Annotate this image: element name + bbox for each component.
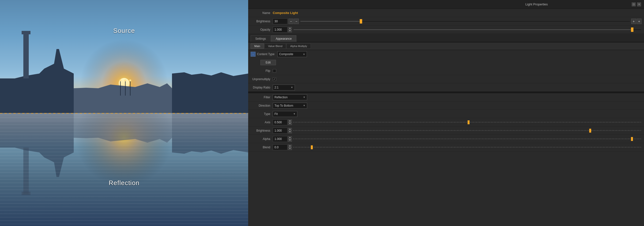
brightness-label: Brightness bbox=[250, 20, 273, 23]
tab-settings[interactable]: Settings bbox=[250, 35, 270, 42]
blend-row: Blend 0.0 ▲ ▼ bbox=[248, 143, 644, 151]
opacity-down-button[interactable]: ▼ bbox=[288, 30, 292, 32]
unpremultiply-checkbox[interactable]: ✓ bbox=[273, 78, 276, 81]
display-ratio-row: Display Ratio 2:1 ▼ bbox=[248, 83, 644, 92]
brightness-input[interactable]: 30 bbox=[273, 18, 288, 24]
ref-brightness-spinner: ▲ ▼ bbox=[288, 128, 292, 133]
source-label: Source bbox=[113, 27, 135, 35]
opacity-slider-fill bbox=[294, 29, 631, 30]
axis-slider-area[interactable] bbox=[294, 119, 642, 125]
flip-label: Flip bbox=[250, 69, 273, 73]
ref-brightness-input[interactable]: 1.000 bbox=[273, 128, 288, 134]
type-dropdown-arrow: ▼ bbox=[293, 113, 296, 115]
alpha-label: Alpha bbox=[250, 137, 273, 141]
title-bar: Light Properties ⊡ ✕ bbox=[248, 0, 644, 9]
ref-brightness-slider-thumb[interactable] bbox=[589, 129, 591, 133]
name-row: Name Composite Light bbox=[248, 9, 644, 17]
blend-slider-thumb[interactable] bbox=[311, 145, 313, 149]
opacity-slider-area[interactable] bbox=[294, 27, 642, 33]
brightness-controls: − − bbox=[288, 19, 299, 24]
alpha-down-button[interactable]: ▼ bbox=[288, 139, 292, 142]
ref-brightness-up-button[interactable]: ▲ bbox=[288, 128, 292, 131]
name-label: Name bbox=[250, 11, 273, 15]
opacity-slider-track bbox=[294, 29, 642, 30]
content-type-dropdown-arrow: ▼ bbox=[303, 53, 305, 56]
blend-down-button[interactable]: ▼ bbox=[288, 147, 292, 150]
brightness-row: Brightness 30 − − + + bbox=[248, 17, 644, 25]
main-tabs: Settings Appearance bbox=[248, 34, 644, 42]
image-viewer: Source Reflection bbox=[0, 0, 248, 226]
sub-tab-alpha-multiply[interactable]: Alpha Multiply bbox=[286, 43, 310, 49]
axis-row: Axis 0.500 ▲ ▼ bbox=[248, 118, 644, 126]
unpremultiply-row: Unpremultiply ✓ bbox=[248, 75, 644, 83]
download-icon: ↓ bbox=[250, 52, 256, 57]
display-ratio-dropdown[interactable]: 2:1 ▼ bbox=[273, 85, 295, 91]
blend-label: Blend bbox=[250, 146, 273, 149]
content-type-dropdown[interactable]: Composite ▼ bbox=[278, 51, 307, 57]
ref-brightness-slider-area[interactable] bbox=[294, 128, 642, 134]
axis-label: Axis bbox=[250, 120, 273, 124]
flip-checkbox[interactable] bbox=[273, 69, 276, 73]
brightness-plus-controls: + + bbox=[631, 19, 642, 24]
axis-spinner: ▲ ▼ bbox=[288, 120, 292, 125]
type-dropdown[interactable]: Fit ▼ bbox=[273, 111, 297, 117]
opacity-up-button[interactable]: ▲ bbox=[288, 27, 292, 30]
opacity-slider-thumb[interactable] bbox=[631, 27, 634, 32]
axis-input[interactable]: 0.500 bbox=[273, 119, 288, 125]
alpha-row: Alpha 1.000 ▲ ▼ bbox=[248, 135, 644, 143]
blend-input[interactable]: 0.0 bbox=[273, 144, 288, 150]
opacity-spinner: ▲ ▼ bbox=[288, 27, 292, 32]
close-button[interactable]: ✕ bbox=[637, 2, 641, 6]
blend-up-button[interactable]: ▲ bbox=[288, 145, 292, 147]
axis-slider-thumb[interactable] bbox=[468, 120, 470, 124]
alpha-slider-track bbox=[294, 138, 642, 139]
tab-appearance[interactable]: Appearance bbox=[271, 35, 296, 42]
content-type-label: Content Type bbox=[257, 52, 276, 56]
direction-label: Direction bbox=[250, 104, 273, 107]
edit-row: Edit bbox=[248, 58, 644, 67]
direction-row: Direction Top To Bottom ▼ bbox=[248, 102, 644, 110]
edit-button[interactable]: Edit bbox=[260, 60, 276, 65]
sub-tab-main[interactable]: Main bbox=[250, 43, 264, 49]
brightness-slider-thumb[interactable] bbox=[360, 19, 362, 23]
content-type-row: ↓ Content Type Composite ▼ bbox=[248, 50, 644, 58]
opacity-label: Opacity bbox=[250, 28, 273, 31]
restore-button[interactable]: ⊡ bbox=[632, 2, 636, 6]
brightness-minus-button[interactable]: − bbox=[288, 19, 294, 24]
brightness-slider-fill bbox=[300, 21, 360, 21]
window-title: Light Properties bbox=[442, 2, 632, 6]
blend-slider-track bbox=[294, 147, 642, 148]
filter-label: Filter bbox=[250, 96, 273, 99]
brightness-plus2-button[interactable]: + bbox=[637, 19, 642, 24]
brightness-minus2-button[interactable]: − bbox=[294, 19, 299, 24]
display-ratio-dropdown-arrow: ▼ bbox=[291, 86, 293, 89]
filter-dropdown-arrow: ▼ bbox=[303, 96, 306, 99]
direction-dropdown[interactable]: Top To Bottom ▼ bbox=[273, 103, 307, 109]
opacity-input[interactable]: 1.000 bbox=[273, 27, 288, 33]
alpha-slider-area[interactable] bbox=[294, 136, 642, 142]
brightness-plus-button[interactable]: + bbox=[631, 19, 636, 24]
alpha-up-button[interactable]: ▲ bbox=[288, 136, 292, 139]
brightness-slider-area[interactable] bbox=[300, 18, 630, 24]
opacity-row: Opacity 1.000 ▲ ▼ bbox=[248, 25, 644, 34]
sub-tabs: Main Value Blend Alpha Multiply bbox=[248, 42, 644, 50]
blend-slider-area[interactable] bbox=[294, 144, 642, 150]
title-controls: ⊡ ✕ bbox=[632, 2, 641, 6]
alpha-input[interactable]: 1.000 bbox=[273, 136, 288, 142]
filter-dropdown[interactable]: Reflection ▼ bbox=[273, 94, 307, 100]
type-row: Type Fit ▼ bbox=[248, 110, 644, 118]
alpha-slider-thumb[interactable] bbox=[631, 137, 633, 141]
unpremultiply-label: Unpremultiply bbox=[250, 78, 273, 81]
name-value: Composite Light bbox=[273, 11, 298, 15]
sub-tab-value-blend[interactable]: Value Blend bbox=[264, 43, 286, 49]
axis-down-button[interactable]: ▼ bbox=[288, 122, 292, 125]
ref-brightness-slider-track bbox=[294, 130, 642, 131]
properties-panel: Light Properties ⊡ ✕ Name Composite Ligh… bbox=[248, 0, 644, 226]
ref-brightness-row: Brightness 1.000 ▲ ▼ bbox=[248, 126, 644, 135]
axis-slider-track bbox=[294, 122, 642, 122]
ref-brightness-down-button[interactable]: ▼ bbox=[288, 131, 292, 133]
content-section: ↓ Content Type Composite ▼ Edit Flip Unp… bbox=[248, 50, 644, 226]
ref-brightness-label: Brightness bbox=[250, 129, 273, 132]
reflection-label: Reflection bbox=[108, 179, 140, 187]
axis-up-button[interactable]: ▲ bbox=[288, 120, 292, 122]
